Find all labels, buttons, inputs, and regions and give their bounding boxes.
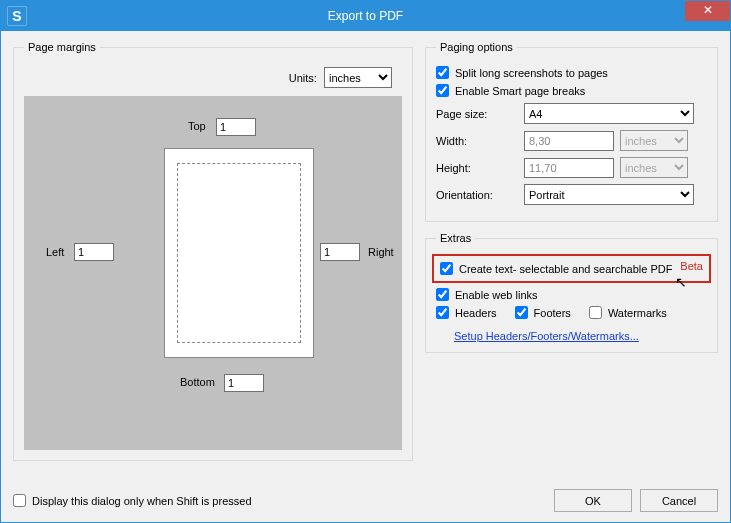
app-icon: S [7,6,27,26]
page-size-select[interactable]: A4 [524,103,694,124]
split-screenshots-label: Split long screenshots to pages [455,67,608,79]
smart-pagebreaks-checkbox-row[interactable]: Enable Smart page breaks [436,84,707,97]
page-width-label: Width: [436,135,518,147]
page-height-label: Height: [436,162,518,174]
margin-left-label: Left [46,246,64,258]
titlebar: S Export to PDF ✕ [1,1,730,31]
orientation-select[interactable]: Portrait [524,184,694,205]
searchable-pdf-checkbox-row[interactable]: Create text- selectable and searchable P… [440,262,701,275]
close-button[interactable]: ✕ [685,1,730,21]
smart-pagebreaks-checkbox[interactable] [436,84,449,97]
cancel-button[interactable]: Cancel [640,489,718,512]
page-height-unit-select[interactable]: inches [620,157,688,178]
export-pdf-dialog: S Export to PDF ✕ Page margins Units: in… [0,0,731,523]
page-margins-group: Page margins Units: inches Top Left Ri [13,41,413,461]
margin-left-input[interactable] [74,243,114,261]
shift-only-checkbox-row[interactable]: Display this dialog only when Shift is p… [13,494,252,507]
searchable-pdf-checkbox[interactable] [440,262,453,275]
split-screenshots-checkbox[interactable] [436,66,449,79]
page-height-input[interactable] [524,158,614,178]
margin-bottom-input[interactable] [224,374,264,392]
paging-options-legend: Paging options [436,41,517,53]
searchable-pdf-label: Create text- selectable and searchable P… [459,263,672,275]
page-margins-legend: Page margins [24,41,100,53]
setup-hfw-link[interactable]: Setup Headers/Footers/Watermarks... [454,330,639,342]
footers-checkbox[interactable] [515,306,528,319]
units-label: Units: [289,72,317,84]
window-title: Export to PDF [1,9,730,23]
split-screenshots-checkbox-row[interactable]: Split long screenshots to pages [436,66,707,79]
footers-label: Footers [534,307,571,319]
dialog-body: Page margins Units: inches Top Left Ri [1,31,730,522]
shift-only-checkbox[interactable] [13,494,26,507]
margins-preview: Top Left Right Bottom [24,96,402,450]
margin-bottom-label: Bottom [180,376,215,388]
margin-right-label: Right [368,246,394,258]
page-preview-rect [164,148,314,358]
headers-label: Headers [455,307,497,319]
headers-checkbox-row[interactable]: Headers [436,306,497,319]
page-width-unit-select[interactable]: inches [620,130,688,151]
footers-checkbox-row[interactable]: Footers [515,306,571,319]
page-size-label: Page size: [436,108,518,120]
paging-options-group: Paging options Split long screenshots to… [425,41,718,222]
weblinks-checkbox[interactable] [436,288,449,301]
margin-top-label: Top [188,120,206,132]
beta-tag: Beta [680,260,703,272]
shift-only-label: Display this dialog only when Shift is p… [32,495,252,507]
weblinks-label: Enable web links [455,289,538,301]
extras-legend: Extras [436,232,475,244]
units-select[interactable]: inches [324,67,392,88]
margin-right-input[interactable] [320,243,360,261]
headers-checkbox[interactable] [436,306,449,319]
watermarks-checkbox[interactable] [589,306,602,319]
orientation-label: Orientation: [436,189,518,201]
page-width-input[interactable] [524,131,614,151]
dialog-footer: Display this dialog only when Shift is p… [13,489,718,512]
margin-top-input[interactable] [216,118,256,136]
ok-button[interactable]: OK [554,489,632,512]
smart-pagebreaks-label: Enable Smart page breaks [455,85,585,97]
extras-group: Extras Beta Create text- selectable and … [425,232,718,353]
searchable-pdf-highlight: Beta Create text- selectable and searcha… [432,254,711,283]
watermarks-checkbox-row[interactable]: Watermarks [589,306,667,319]
weblinks-checkbox-row[interactable]: Enable web links [436,288,707,301]
watermarks-label: Watermarks [608,307,667,319]
